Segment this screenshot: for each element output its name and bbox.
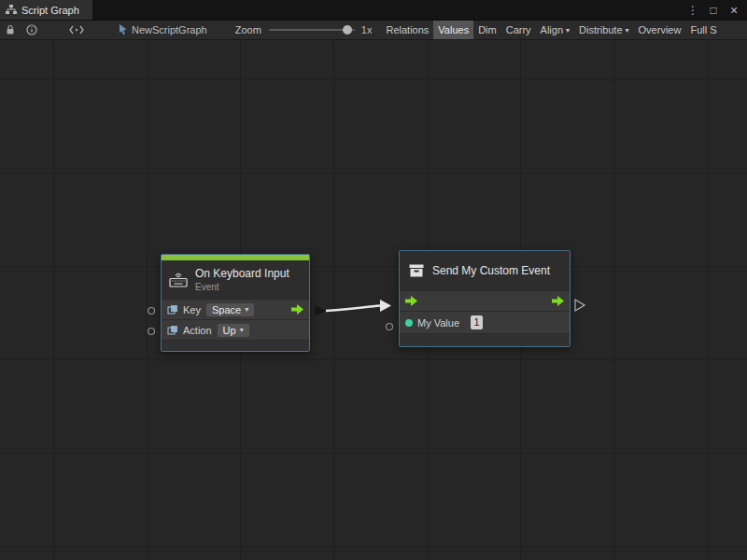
variable-icon	[167, 304, 178, 315]
node-on-keyboard-input[interactable]: On Keyboard Input Event Key Space ▾	[161, 254, 310, 352]
node-footer	[400, 333, 570, 346]
window-controls: ⋮ □ ×	[685, 0, 747, 20]
port-label: My Value	[417, 317, 459, 329]
value-port-dot[interactable]	[405, 319, 413, 327]
chevron-down-icon: ▾	[245, 305, 248, 314]
button-label: Values	[438, 24, 469, 35]
dropdown-value: Space	[212, 304, 241, 315]
chevron-down-icon: ▾	[240, 326, 244, 334]
graph-asset-icon	[118, 24, 128, 35]
node-title: Send My Custom Event	[432, 264, 550, 277]
toolbar-buttons: Relations Values Dim Carry Align▾ Distri…	[381, 21, 721, 39]
button-label: Dim	[478, 24, 497, 35]
input-port-circle[interactable]	[148, 308, 155, 315]
port-row-key: Key Space ▾	[162, 299, 309, 319]
script-graph-window: Script Graph ⋮ □ ×	[0, 0, 747, 560]
zoom-label: Zoom	[235, 24, 261, 35]
node-send-my-custom-event[interactable]: Send My Custom Event My Value 1	[399, 250, 571, 347]
flow-output-port[interactable]	[291, 304, 303, 315]
tab-script-graph[interactable]: Script Graph	[0, 0, 92, 20]
port-row-my-value: My Value 1	[400, 311, 570, 333]
value-input-field[interactable]: 1	[471, 315, 483, 329]
toolbar-button-fullscreen[interactable]: Full S	[685, 21, 721, 39]
flow-output-port[interactable]	[552, 296, 564, 306]
unconnected-flow-triangle[interactable]	[575, 300, 585, 311]
node-header[interactable]: Send My Custom Event	[400, 251, 570, 290]
titlebar: Script Graph ⋮ □ ×	[0, 0, 747, 20]
variable-icon	[167, 325, 178, 335]
zoom-slider-handle[interactable]	[343, 25, 352, 35]
keyboard-icon	[169, 272, 188, 287]
flow-input-port[interactable]	[405, 296, 417, 306]
toolbar-button-values[interactable]: Values	[433, 21, 473, 39]
toolbar-button-distribute[interactable]: Distribute▾	[574, 21, 633, 39]
button-label: Relations	[386, 24, 429, 35]
wire[interactable]	[326, 306, 380, 312]
lock-icon[interactable]	[6, 24, 15, 35]
wires-layer	[0, 40, 747, 560]
input-port-circle[interactable]	[148, 329, 155, 335]
zoom-value: 1x	[361, 24, 373, 35]
toolbar-button-align[interactable]: Align▾	[536, 21, 574, 39]
button-label: Align	[541, 24, 563, 35]
dropdown-value: Up	[223, 325, 236, 336]
tab-title: Script Graph	[21, 5, 79, 16]
node-title: On Keyboard Input	[195, 267, 289, 280]
zoom-slider[interactable]	[269, 25, 355, 35]
wire-start-arrow	[315, 305, 326, 316]
port-row-action: Action Up ▾	[162, 319, 309, 340]
graph-asset[interactable]: NewScriptGraph	[118, 24, 207, 35]
info-icon[interactable]	[26, 24, 37, 35]
port-label: Action	[183, 325, 212, 336]
key-dropdown[interactable]: Space ▾	[206, 303, 254, 316]
node-header-text: On Keyboard Input Event	[195, 267, 289, 292]
button-label: Carry	[506, 24, 531, 35]
toolbar-button-overview[interactable]: Overview	[634, 21, 686, 39]
graph-asset-name: NewScriptGraph	[132, 24, 207, 35]
event-box-icon	[408, 263, 425, 278]
button-label: Overview	[639, 24, 682, 35]
button-label: Full S	[690, 24, 716, 35]
action-dropdown[interactable]: Up ▾	[218, 324, 249, 337]
window-menu-icon[interactable]: ⋮	[685, 3, 700, 18]
toolbar-button-carry[interactable]: Carry	[501, 21, 536, 39]
input-port-circle[interactable]	[387, 324, 393, 330]
maximize-icon[interactable]: □	[706, 3, 721, 18]
toolbar-button-dim[interactable]: Dim	[473, 21, 501, 39]
port-label: Key	[183, 304, 201, 315]
node-header[interactable]: On Keyboard Input Event	[162, 260, 309, 299]
button-label: Distribute	[579, 24, 622, 35]
graph-toolbar: NewScriptGraph Zoom 1x Relations Values …	[0, 20, 747, 40]
chevron-down-icon: ▾	[626, 26, 629, 35]
code-icon[interactable]	[69, 25, 84, 35]
wire-arrowhead	[380, 300, 391, 312]
toolbar-button-relations[interactable]: Relations	[381, 21, 433, 39]
flow-row	[400, 290, 570, 311]
node-subtitle: Event	[195, 282, 289, 292]
graph-canvas[interactable]: On Keyboard Input Event Key Space ▾	[0, 40, 747, 560]
chevron-down-icon: ▾	[566, 26, 570, 35]
tab-graph-icon	[6, 5, 17, 15]
close-icon[interactable]: ×	[726, 3, 741, 18]
node-footer	[162, 340, 309, 351]
